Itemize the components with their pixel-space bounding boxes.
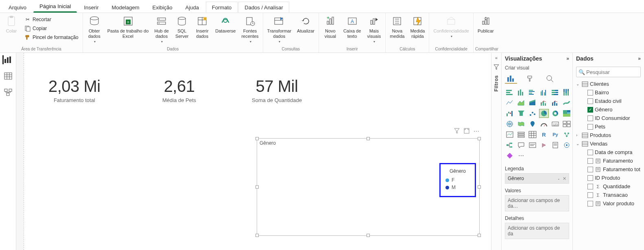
vis-line-col[interactable] bbox=[539, 98, 549, 107]
vis-waterfall[interactable] bbox=[505, 109, 515, 118]
mode-analytics[interactable] bbox=[544, 74, 556, 84]
btn-nova-medida[interactable]: Nova medida bbox=[387, 14, 407, 39]
vis-py[interactable]: Py bbox=[550, 130, 560, 139]
vis-kpi[interactable] bbox=[505, 130, 515, 139]
field-transacao[interactable]: ΣTransacao bbox=[574, 191, 642, 199]
btn-mais-visuais[interactable]: Mais visuais▾ bbox=[364, 14, 384, 44]
field-faturamento[interactable]: Faturamento bbox=[574, 157, 642, 165]
btn-fontes-recentes[interactable]: Fontes recentes▾ bbox=[239, 14, 261, 44]
collapse-left-icon[interactable]: « bbox=[495, 55, 498, 60]
tab-dados-analisar[interactable]: Dados / Analisar bbox=[238, 2, 289, 13]
focus-icon[interactable] bbox=[464, 128, 469, 135]
visual-genero[interactable]: ⋯ Gênero Gênero F M bbox=[257, 138, 480, 236]
tab-formato[interactable]: Formato bbox=[206, 2, 238, 13]
btn-confidencialidade[interactable]: Confidencialidade▾ bbox=[431, 14, 471, 39]
btn-obter-dados[interactable]: Obter dados▾ bbox=[85, 14, 104, 44]
btn-copiar[interactable]: Copiar bbox=[22, 24, 81, 33]
vis-key-influencers[interactable] bbox=[562, 130, 572, 139]
vis-gauge[interactable] bbox=[539, 120, 549, 128]
view-report[interactable] bbox=[2, 55, 14, 64]
tab-modelagem[interactable]: Modelagem bbox=[106, 2, 146, 13]
btn-hub-dados[interactable]: Hub de dados▾ bbox=[152, 14, 171, 44]
field-genero[interactable]: ✓Gênero bbox=[574, 105, 642, 114]
well-detalhes[interactable]: Adicionar os campos de da bbox=[505, 223, 569, 239]
vis-100-col[interactable] bbox=[562, 88, 572, 97]
vis-multi-card[interactable] bbox=[562, 120, 572, 128]
btn-recortar[interactable]: ✂Recortar bbox=[22, 15, 81, 24]
report-canvas[interactable]: 2,03 Mi Faturamento total 2,61 Média de … bbox=[16, 53, 491, 250]
field-id-produto[interactable]: ID Produto bbox=[574, 174, 642, 182]
vis-smart[interactable] bbox=[528, 141, 537, 150]
tab-inserir[interactable]: Inserir bbox=[78, 2, 105, 13]
vis-azure-map[interactable] bbox=[528, 120, 537, 128]
vis-filled-map[interactable] bbox=[516, 120, 526, 128]
vis-line[interactable] bbox=[505, 98, 515, 107]
view-model[interactable] bbox=[2, 88, 14, 97]
vis-stacked-area[interactable] bbox=[528, 98, 537, 107]
more-icon[interactable]: ⋯ bbox=[474, 128, 479, 135]
vis-table[interactable] bbox=[528, 130, 537, 139]
tab-ajuda[interactable]: Ajuda bbox=[179, 2, 205, 13]
filters-pane-collapsed[interactable]: « Filtros bbox=[491, 53, 502, 250]
btn-transformar-dados[interactable]: Transformar dados▾ bbox=[265, 14, 294, 44]
btn-novo-visual[interactable]: +Novo visual bbox=[321, 14, 340, 39]
tab-arquivo[interactable]: Arquivo bbox=[2, 2, 33, 13]
vis-stacked-col[interactable] bbox=[516, 88, 526, 97]
vis-slicer[interactable] bbox=[516, 130, 526, 139]
btn-sql-server[interactable]: SQL Server bbox=[172, 14, 192, 39]
well-legenda[interactable]: Gênero ⌄✕ bbox=[505, 173, 569, 184]
btn-atualizar[interactable]: Atualizar bbox=[295, 14, 317, 34]
search-input[interactable] bbox=[576, 67, 641, 77]
field-faturamento-tot[interactable]: Faturamento tot bbox=[574, 165, 642, 174]
vis-line-col2[interactable] bbox=[550, 98, 560, 107]
vis-card[interactable]: 123 bbox=[550, 120, 560, 128]
vis-arcgis[interactable] bbox=[562, 141, 572, 150]
mode-build[interactable] bbox=[505, 74, 517, 84]
btn-dataverse[interactable]: Dataverse bbox=[213, 14, 238, 34]
field-id-consumidor[interactable]: ID Consumidor bbox=[574, 114, 642, 122]
expand-icon[interactable]: » bbox=[638, 56, 641, 61]
mode-format[interactable] bbox=[524, 74, 537, 84]
table-produtos[interactable]: › Produtos bbox=[574, 131, 642, 139]
filter-icon[interactable] bbox=[454, 128, 460, 135]
btn-medida-rapida[interactable]: Medida rápida bbox=[408, 14, 427, 39]
field-quantidade[interactable]: ΣQuantidade bbox=[574, 182, 642, 191]
btn-pincel[interactable]: Pincel de formatação bbox=[22, 33, 81, 41]
vis-map[interactable] bbox=[505, 120, 515, 128]
vis-powerapps[interactable] bbox=[505, 151, 515, 160]
vis-pie[interactable] bbox=[539, 109, 549, 118]
field-pets[interactable]: Pets bbox=[574, 122, 642, 131]
btn-inserir-dados[interactable]: +Inserir dados bbox=[192, 14, 212, 39]
expand-icon[interactable]: » bbox=[566, 56, 569, 61]
btn-colar[interactable]: Colar bbox=[2, 14, 21, 34]
btn-excel[interactable]: XPasta de trabalho do Excel bbox=[105, 14, 151, 39]
card-faturamento[interactable]: 2,03 Mi Faturamento total bbox=[48, 77, 100, 103]
vis-funnel[interactable] bbox=[516, 109, 526, 118]
vis-clustered-bar[interactable] bbox=[528, 88, 537, 97]
vis-clustered-col[interactable] bbox=[539, 88, 549, 97]
vis-stacked-bar[interactable] bbox=[505, 88, 515, 97]
field-data-compra[interactable]: Data de compra bbox=[574, 148, 642, 157]
vis-r[interactable]: R bbox=[539, 130, 549, 139]
well-valores[interactable]: Adicionar os campos de da… bbox=[505, 195, 569, 211]
vis-paginated[interactable] bbox=[550, 141, 560, 150]
field-valor-produto[interactable]: Valor produto bbox=[574, 199, 642, 208]
vis-more[interactable]: ⋯ bbox=[516, 151, 526, 160]
vis-100-bar[interactable] bbox=[550, 88, 560, 97]
table-clientes[interactable]: ⌄ Clientes bbox=[574, 80, 642, 88]
card-quantidade[interactable]: 57 Mil Soma de Quantidade bbox=[252, 77, 302, 103]
vis-decomp[interactable] bbox=[505, 141, 515, 150]
table-vendas[interactable]: ⌄ Vendas bbox=[574, 139, 642, 148]
vis-donut[interactable] bbox=[550, 109, 560, 118]
field-estado-civil[interactable]: Estado civil bbox=[574, 97, 642, 105]
vis-scatter[interactable] bbox=[528, 109, 537, 118]
card-media-pets[interactable]: 2,61 Média de Pets bbox=[162, 77, 196, 103]
vis-goals[interactable] bbox=[539, 141, 549, 150]
vis-ribbon[interactable] bbox=[562, 98, 572, 107]
btn-caixa-texto[interactable]: ACaixa de texto bbox=[341, 14, 363, 39]
btn-publicar[interactable]: Publicar bbox=[475, 14, 496, 34]
remove-icon[interactable]: ✕ bbox=[563, 176, 566, 181]
field-bairro[interactable]: Bairro bbox=[574, 88, 642, 97]
chevron-down-icon[interactable]: ⌄ bbox=[557, 177, 560, 180]
tab-exibicao[interactable]: Exibição bbox=[146, 2, 178, 13]
